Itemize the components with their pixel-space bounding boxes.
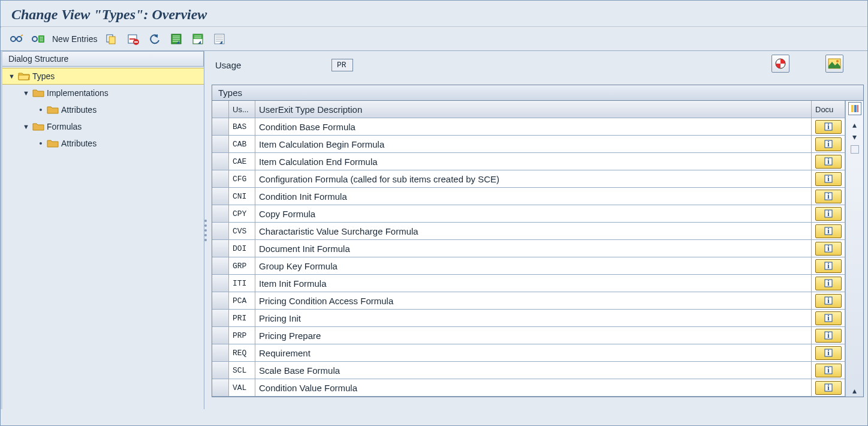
select-all-icon[interactable]	[169, 32, 183, 46]
svg-rect-13	[215, 34, 224, 44]
bullet-icon: •	[37, 105, 44, 115]
bullet-icon: •	[37, 139, 44, 148]
table-row[interactable]: CABItem Calculation Begin Formulai	[212, 136, 845, 153]
svg-rect-5	[109, 37, 115, 44]
table-row[interactable]: CFGConfiguration Formula (called for sub…	[212, 170, 845, 188]
glasses-checklist-icon[interactable]	[31, 32, 45, 46]
info-icon[interactable]: i	[815, 311, 842, 325]
row-selector[interactable]	[212, 188, 229, 205]
row-selector[interactable]	[212, 153, 229, 170]
scroll-drag-icon[interactable]	[851, 145, 859, 154]
table-row[interactable]: VALCondition Value Formulai	[212, 379, 845, 397]
row-docu: i	[812, 153, 845, 170]
new-entries-button[interactable]: New Entries	[52, 34, 97, 44]
info-icon[interactable]: i	[815, 224, 842, 238]
info-icon[interactable]: i	[815, 259, 842, 273]
folder-open-icon	[18, 71, 30, 81]
row-selector[interactable]	[212, 240, 229, 257]
select-block-icon[interactable]	[191, 32, 205, 46]
row-code: GRP	[229, 257, 255, 275]
column-selector[interactable]	[212, 101, 229, 118]
tree-node-attributes-2[interactable]: • Attributes	[2, 135, 204, 152]
glasses-expand-icon[interactable]	[9, 32, 23, 46]
info-icon[interactable]: i	[815, 242, 842, 256]
tree-node-formulas[interactable]: ▼ Formulas	[2, 118, 204, 135]
info-icon[interactable]: i	[815, 207, 842, 221]
table-row[interactable]: PRPPricing Preparei	[212, 327, 845, 344]
column-docu[interactable]: Docu	[812, 101, 845, 118]
usage-row: Usage PR	[212, 51, 864, 79]
row-selector[interactable]	[212, 118, 229, 136]
tree-node-types[interactable]: ▼ Types	[2, 68, 204, 85]
tree-label: Formulas	[47, 122, 82, 131]
row-selector[interactable]	[212, 136, 229, 153]
row-selector[interactable]	[212, 379, 229, 397]
row-selector[interactable]	[212, 310, 229, 327]
sidebar-header: Dialog Structure	[2, 51, 204, 67]
info-icon[interactable]: i	[815, 172, 842, 186]
tree-node-attributes-1[interactable]: • Attributes	[2, 101, 204, 118]
expand-icon[interactable]: ▼	[8, 73, 16, 80]
types-table: Types Us... UserExit Type Description Do…	[212, 85, 864, 397]
row-code: CPY	[229, 205, 255, 223]
info-icon[interactable]: i	[815, 381, 842, 395]
info-icon[interactable]: i	[815, 277, 842, 290]
row-selector[interactable]	[212, 223, 229, 240]
row-desc: Document Init Formula	[255, 240, 812, 257]
row-selector[interactable]	[212, 292, 229, 310]
info-icon[interactable]: i	[815, 329, 842, 343]
row-selector[interactable]	[212, 362, 229, 379]
row-selector[interactable]	[212, 257, 229, 275]
table-row[interactable]: BASCondition Base Formulai	[212, 118, 845, 136]
row-desc: Pricing Condition Access Formula	[255, 292, 812, 310]
column-desc[interactable]: UserExit Type Description	[255, 101, 812, 118]
info-icon[interactable]: i	[815, 155, 842, 169]
expand-icon[interactable]: ▼	[23, 123, 30, 130]
info-icon[interactable]: i	[815, 120, 842, 134]
table-row[interactable]: ITIItem Init Formulai	[212, 275, 845, 292]
scroll-up-icon[interactable]: ▴	[848, 119, 861, 131]
vertical-scrollbar[interactable]: ▴ ▾ ▴	[845, 101, 863, 397]
column-us[interactable]: Us...	[229, 101, 255, 118]
table-row[interactable]: REQRequirementi	[212, 344, 845, 362]
deselect-all-icon[interactable]	[212, 32, 227, 46]
undo-icon[interactable]	[147, 32, 162, 46]
landscape-icon[interactable]	[825, 55, 843, 73]
delete-row-icon[interactable]	[126, 32, 140, 46]
info-icon[interactable]: i	[815, 364, 842, 377]
row-docu: i	[812, 292, 845, 310]
row-selector[interactable]	[212, 275, 229, 292]
table-row[interactable]: GRPGroup Key Formulai	[212, 257, 845, 275]
row-code: CAB	[229, 136, 255, 153]
row-selector[interactable]	[212, 344, 229, 362]
table-row[interactable]: PCAPricing Condition Access Formulai	[212, 292, 845, 310]
bc-set-icon[interactable]	[771, 55, 789, 73]
tree-node-implementations[interactable]: ▼ Implementations	[2, 85, 204, 101]
scroll-up-bottom-icon[interactable]: ▴	[848, 385, 861, 397]
tree-label: Attributes	[61, 139, 97, 148]
page-title: Change View "Types": Overview	[1, 1, 867, 26]
configure-columns-icon[interactable]	[848, 102, 861, 115]
table-row[interactable]: SCLScale Base Formulai	[212, 362, 845, 379]
table-row[interactable]: CPYCopy Formulai	[212, 205, 845, 223]
row-selector[interactable]	[212, 205, 229, 223]
svg-rect-50	[854, 105, 857, 112]
info-icon[interactable]: i	[815, 294, 842, 308]
scroll-down-icon[interactable]: ▾	[848, 131, 861, 143]
table-row[interactable]: CNICondition Init Formulai	[212, 188, 845, 205]
table-row[interactable]: CVSCharactaristic Value Surcharge Formul…	[212, 223, 845, 240]
row-desc: Item Init Formula	[255, 275, 812, 292]
copy-icon[interactable]	[104, 32, 119, 46]
info-icon[interactable]: i	[815, 346, 842, 360]
table-row[interactable]: CAEItem Calculation End Formulai	[212, 153, 845, 170]
row-code: SCL	[229, 362, 255, 379]
table-row[interactable]: PRIPricing Initi	[212, 310, 845, 327]
row-selector[interactable]	[212, 327, 229, 344]
info-icon[interactable]: i	[815, 137, 842, 151]
expand-icon[interactable]: ▼	[23, 89, 30, 97]
svg-rect-10	[171, 34, 181, 44]
row-docu: i	[812, 136, 845, 153]
info-icon[interactable]: i	[815, 190, 842, 203]
table-row[interactable]: DOIDocument Init Formulai	[212, 240, 845, 257]
row-selector[interactable]	[212, 170, 229, 188]
